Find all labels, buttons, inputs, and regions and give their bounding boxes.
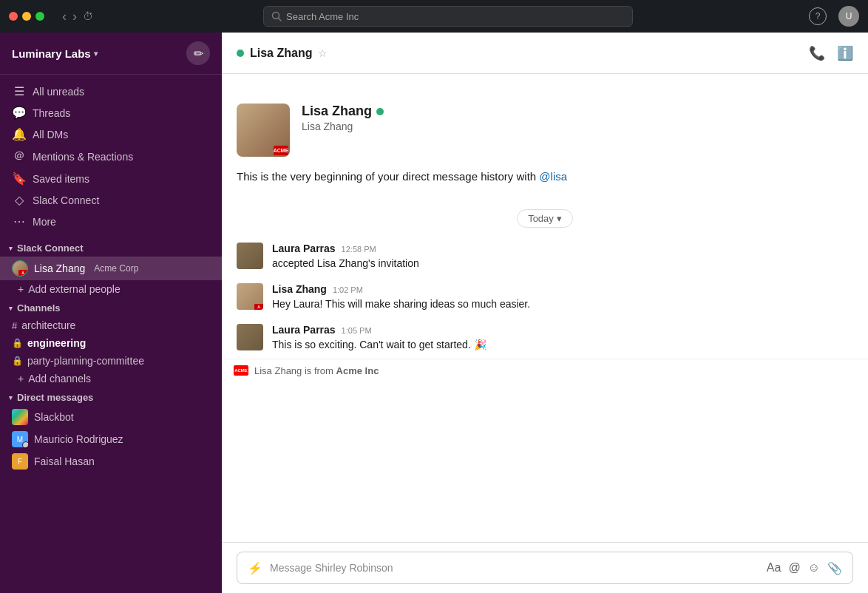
dm-faisal-label: Faisal Hasan	[34, 455, 95, 467]
date-chevron-icon: ▾	[557, 213, 562, 224]
channel-title: Lisa Zhang ☆	[237, 47, 328, 60]
at-button[interactable]: @	[788, 561, 800, 575]
workspace-name[interactable]: Luminary Labs ▾	[12, 47, 98, 60]
slackconnect-section-header[interactable]: ▾ Slack Connect	[0, 238, 222, 257]
message-input-box[interactable]: ⚡ Message Shirley Robinson Aa @ ☺ 📎	[237, 552, 853, 584]
acme-notice: ACME Lisa Zhang is from Acme Inc	[222, 359, 868, 382]
channel-header: Lisa Zhang ☆ 📞 ℹ️	[222, 33, 868, 74]
sidebar-label-alldms: All DMs	[33, 129, 68, 140]
slackconnect-section-label: Slack Connect	[17, 243, 84, 254]
message-text: This is so exciting. Can't wait to get s…	[272, 337, 853, 353]
message-row: Laura Parras 12:58 PM accepted Lisa Zhan…	[237, 237, 853, 277]
message-text: Hey Laura! This will make sharing ideas …	[272, 296, 853, 312]
message-time: 1:05 PM	[342, 326, 372, 335]
add-channels[interactable]: + Add channels	[0, 370, 222, 387]
mention-link[interactable]: @lisa	[539, 170, 567, 183]
dm-slackbot[interactable]: Slackbot	[0, 406, 222, 428]
message-content: Laura Parras 12:58 PM accepted Lisa Zhan…	[272, 243, 853, 271]
message-author: Laura Parras	[272, 324, 336, 336]
messages-area: Laura Parras 12:58 PM accepted Lisa Zhan…	[222, 237, 868, 359]
channel-architecture[interactable]: # architecture	[0, 316, 222, 334]
laura-avatar-msg2	[237, 324, 263, 350]
emoji-button[interactable]: ☺	[808, 561, 820, 575]
lisa-zhang-dm[interactable]: A Lisa Zhang Acme Corp	[0, 257, 222, 280]
sidebar-item-threads[interactable]: 💬 Threads	[0, 102, 222, 123]
dm-slackbot-label: Slackbot	[34, 411, 74, 423]
saved-icon: 🔖	[12, 172, 27, 186]
messages-container[interactable]: ACME Lisa Zhang Lisa Zhang This is the v…	[222, 74, 868, 542]
contact-online-badge	[376, 108, 384, 115]
add-icon: +	[18, 283, 24, 295]
dm-section-header[interactable]: ▾ Direct messages	[0, 387, 222, 406]
attach-button[interactable]: 📎	[827, 561, 842, 575]
history-button[interactable]: ⏱	[83, 9, 93, 24]
close-button[interactable]	[9, 12, 18, 21]
sidebar-nav: ☰ All unreads 💬 Threads 🔔 All DMs ＠ Ment…	[0, 75, 222, 238]
phone-icon[interactable]: 📞	[809, 45, 825, 61]
date-button[interactable]: Today ▾	[517, 209, 573, 228]
add-channels-label: Add channels	[28, 373, 91, 384]
channel-hash-icon: #	[12, 320, 17, 331]
alldms-icon: 🔔	[12, 127, 27, 141]
sidebar-label-slackconnect: Slack Connect	[33, 194, 99, 206]
forward-button[interactable]: ›	[72, 9, 77, 24]
fullscreen-button[interactable]	[35, 12, 44, 21]
dm-mauricio-label: Mauricio Rodriguez	[34, 433, 123, 445]
info-icon[interactable]: ℹ️	[837, 45, 853, 61]
sidebar-item-more[interactable]: ⋯ More	[0, 211, 222, 232]
laura-avatar-msg	[237, 243, 263, 269]
back-button[interactable]: ‹	[62, 9, 67, 24]
message-header: Laura Parras 12:58 PM	[272, 243, 853, 254]
acme-notice-text: Lisa Zhang is from Acme Inc	[254, 365, 379, 376]
message-input[interactable]: Message Shirley Robinson	[270, 562, 759, 574]
minimize-button[interactable]	[22, 12, 31, 21]
sidebar-item-mentions[interactable]: ＠ Mentions & Reactions	[0, 145, 222, 168]
online-status-dot	[237, 50, 244, 57]
history-intro-text: This is the very beginning of your direc…	[237, 169, 853, 186]
channel-lock-icon-party: 🔒	[12, 356, 23, 366]
sidebar-item-unreads[interactable]: ☰ All unreads	[0, 81, 222, 102]
sidebar-label-threads: Threads	[33, 107, 70, 119]
lightning-icon[interactable]: ⚡	[248, 561, 262, 575]
lisa-avatar-msg: A	[237, 283, 263, 310]
lisa-zhang-company: Acme Corp	[94, 263, 138, 274]
contact-info: Lisa Zhang Lisa Zhang	[302, 104, 384, 132]
add-external-people[interactable]: + Add external people	[0, 280, 222, 298]
sidebar-item-alldms[interactable]: 🔔 All DMs	[0, 123, 222, 145]
help-button[interactable]: ?	[809, 7, 827, 25]
add-external-label: Add external people	[28, 283, 121, 295]
channels-chevron-icon: ▾	[9, 305, 13, 312]
channel-party-planning[interactable]: 🔒 party-planning-committee	[0, 352, 222, 370]
workspace-chevron-icon: ▾	[94, 50, 98, 58]
sidebar-item-saved[interactable]: 🔖 Saved items	[0, 168, 222, 189]
acme-logo-small: ACME	[234, 365, 248, 376]
channel-engineering-label: engineering	[27, 337, 86, 349]
user-avatar[interactable]: U	[838, 6, 859, 27]
message-time: 12:58 PM	[342, 245, 376, 254]
channels-section-label: Channels	[17, 302, 61, 314]
star-icon[interactable]: ☆	[318, 47, 328, 59]
contact-subtitle: Lisa Zhang	[302, 121, 384, 132]
contact-avatar: ACME	[237, 104, 290, 157]
acme-company-name: Acme Inc	[336, 365, 379, 376]
aa-button[interactable]: Aa	[767, 561, 781, 575]
message-text: accepted Lisa Zhang's invitation	[272, 256, 853, 271]
sidebar-item-slackconnect[interactable]: ◇ Slack Connect	[0, 189, 222, 211]
channels-section-header[interactable]: ▾ Channels	[0, 298, 222, 316]
history-start: ACME Lisa Zhang Lisa Zhang This is the v…	[222, 74, 868, 200]
dm-mauricio[interactable]: M Mauricio Rodriguez	[0, 428, 222, 450]
channel-architecture-label: architecture	[21, 319, 75, 331]
dm-section-label: Direct messages	[17, 392, 93, 403]
sidebar: Luminary Labs ▾ ✏ ☰ All unreads 💬 Thread…	[0, 33, 222, 593]
search-bar[interactable]: Search Acme Inc	[263, 6, 633, 27]
message-content: Lisa Zhang 1:02 PM Hey Laura! This will …	[272, 283, 853, 312]
mentions-icon: ＠	[12, 149, 27, 164]
message-author: Lisa Zhang	[272, 283, 327, 295]
sidebar-label-mentions: Mentions & Reactions	[33, 151, 133, 163]
dm-faisal[interactable]: F Faisal Hasan	[0, 450, 222, 472]
date-label: Today	[528, 213, 554, 224]
compose-button[interactable]: ✏	[186, 41, 210, 65]
channel-engineering[interactable]: 🔒 engineering	[0, 334, 222, 352]
sidebar-label-more: More	[33, 216, 56, 228]
workspace-header: Luminary Labs ▾ ✏	[0, 33, 222, 75]
